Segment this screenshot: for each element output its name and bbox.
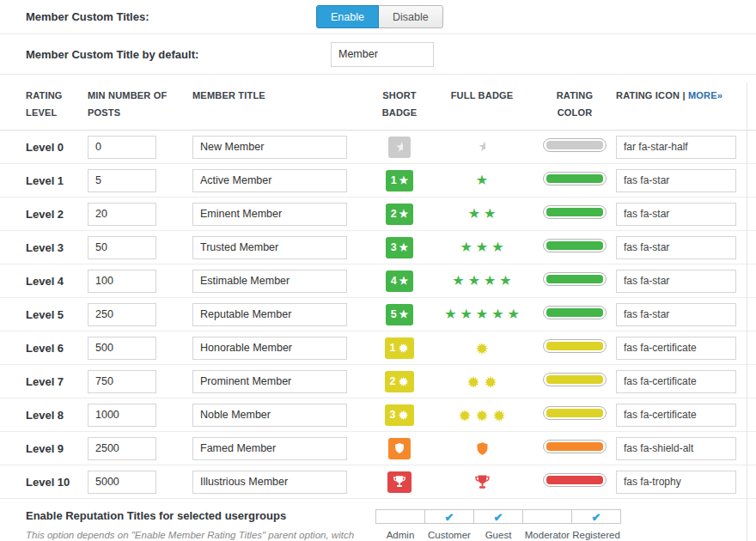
header-rating-level: RATINGLEVEL xyxy=(26,87,88,121)
rating-color-swatch[interactable] xyxy=(543,239,607,252)
min-posts-input[interactable] xyxy=(88,337,156,360)
full-badge xyxy=(475,441,490,456)
rating-icon-input[interactable] xyxy=(616,370,736,393)
rating-color-swatch[interactable] xyxy=(543,373,607,386)
header-short-badge: SHORTBADGE xyxy=(369,87,430,121)
level-label: Level 5 xyxy=(26,308,64,321)
usergroup-label: Moderator xyxy=(522,530,572,540)
rating-color-swatch[interactable] xyxy=(543,306,607,319)
rating-color-fill xyxy=(546,275,603,283)
min-posts-input[interactable] xyxy=(88,136,156,159)
min-posts-input[interactable] xyxy=(88,471,156,494)
rating-level-row: Level 10 xyxy=(0,465,756,499)
star-icon: ★ xyxy=(476,307,488,321)
certificate-icon xyxy=(484,375,497,389)
badge-count: 3 xyxy=(390,410,396,421)
star-icon: ★ xyxy=(399,276,409,286)
min-posts-input[interactable] xyxy=(88,270,156,293)
member-title-input[interactable] xyxy=(192,303,347,326)
badge-count: 2 xyxy=(390,376,396,387)
rating-color-swatch[interactable] xyxy=(543,272,607,286)
usergroup-checkbox-registered[interactable]: ✔ xyxy=(571,509,621,524)
badge-count: 5 xyxy=(391,309,397,320)
star-icon: ★ xyxy=(484,274,496,288)
min-posts-input[interactable] xyxy=(88,236,156,259)
member-title-input[interactable] xyxy=(192,270,347,293)
full-badge: ★★★★ xyxy=(452,274,511,288)
member-title-input[interactable] xyxy=(192,236,347,259)
member-title-input[interactable] xyxy=(192,169,347,192)
rating-icon-input[interactable] xyxy=(616,136,736,159)
rating-color-fill xyxy=(546,442,603,451)
level-label: Level 6 xyxy=(26,342,64,355)
shield-icon xyxy=(475,441,490,456)
rating-color-swatch[interactable] xyxy=(543,473,607,487)
member-custom-titles-label: Member Custom Titles: xyxy=(26,10,316,23)
certificate-icon xyxy=(466,375,480,389)
rating-color-fill xyxy=(546,308,603,317)
rating-level-row: Level 5 5★ ★★★★★ xyxy=(0,298,756,331)
header-min-posts: MIN NUMBER OFPOSTS xyxy=(88,87,192,121)
level-label: Level 8 xyxy=(26,409,64,422)
rating-icon-input[interactable] xyxy=(616,471,736,494)
usergroup-checkbox-admin[interactable] xyxy=(375,509,425,524)
rating-color-swatch[interactable] xyxy=(543,406,607,420)
rating-icon-input[interactable] xyxy=(616,203,736,226)
rating-level-row: Level 1 1★ ★ xyxy=(0,164,756,198)
rating-color-fill xyxy=(546,375,603,384)
trophy-icon xyxy=(393,475,406,489)
rating-icon-input[interactable] xyxy=(616,270,736,293)
usergroup-checkbox-customer[interactable]: ✔ xyxy=(424,509,474,524)
enable-button[interactable]: Enable xyxy=(316,5,379,28)
member-title-input[interactable] xyxy=(192,203,347,226)
check-icon: ✔ xyxy=(445,511,454,524)
rating-icon-input[interactable] xyxy=(616,404,736,427)
certificate-icon xyxy=(398,343,409,354)
min-posts-input[interactable] xyxy=(88,169,156,192)
min-posts-input[interactable] xyxy=(88,203,156,226)
full-badge: ★ xyxy=(479,140,486,154)
badge-count: 1 xyxy=(391,175,397,186)
enable-disable-toggle: Enable Disable xyxy=(316,5,443,28)
member-title-input[interactable] xyxy=(192,370,347,393)
rating-icon-input[interactable] xyxy=(616,169,736,192)
default-title-label: Member Custom Title by default: xyxy=(26,48,316,61)
rating-level-row: Level 0 ★ ★ xyxy=(0,131,756,164)
usergroups-title: Enable Reputation Titles for selected us… xyxy=(26,507,375,522)
rating-icon-input[interactable] xyxy=(616,437,736,460)
usergroup-label: Admin xyxy=(375,530,425,540)
min-posts-input[interactable] xyxy=(88,404,156,427)
rating-icon-input[interactable] xyxy=(616,303,736,326)
member-title-input[interactable] xyxy=(192,437,347,460)
rating-color-swatch[interactable] xyxy=(543,339,607,353)
badge-count: 3 xyxy=(391,242,397,253)
rating-table-body: Level 0 ★ ★ xyxy=(0,131,756,499)
member-title-input[interactable] xyxy=(192,337,347,360)
rating-color-swatch[interactable] xyxy=(543,440,607,453)
rating-icon-input[interactable] xyxy=(616,337,736,360)
short-badge xyxy=(387,471,412,493)
min-posts-input[interactable] xyxy=(88,303,156,326)
header-full-badge: FULL BADGE xyxy=(430,87,533,104)
member-title-input[interactable] xyxy=(192,404,347,427)
default-title-input[interactable] xyxy=(331,42,434,67)
full-badge: ★★★★★ xyxy=(444,307,520,321)
rating-color-swatch[interactable] xyxy=(543,172,607,185)
rating-icon-input[interactable] xyxy=(616,236,736,259)
full-badge xyxy=(458,409,506,422)
min-posts-input[interactable] xyxy=(88,437,156,460)
rating-color-swatch[interactable] xyxy=(543,205,607,219)
rating-color-fill xyxy=(546,241,603,250)
member-title-input[interactable] xyxy=(192,136,347,159)
disable-button[interactable]: Disable xyxy=(378,5,443,28)
usergroup-checkbox-moderator[interactable] xyxy=(522,509,572,524)
usergroup-checkbox-guest[interactable]: ✔ xyxy=(473,509,523,524)
rating-color-swatch[interactable] xyxy=(543,138,607,152)
min-posts-input[interactable] xyxy=(88,370,156,393)
level-label: Level 1 xyxy=(26,174,64,187)
member-title-input[interactable] xyxy=(192,471,347,494)
header-rating-icon: RATING ICON | MORE» xyxy=(616,87,741,104)
rating-level-row: Level 6 1 xyxy=(0,331,756,365)
rating-color-fill xyxy=(546,409,603,417)
more-link[interactable]: MORE» xyxy=(688,90,722,100)
